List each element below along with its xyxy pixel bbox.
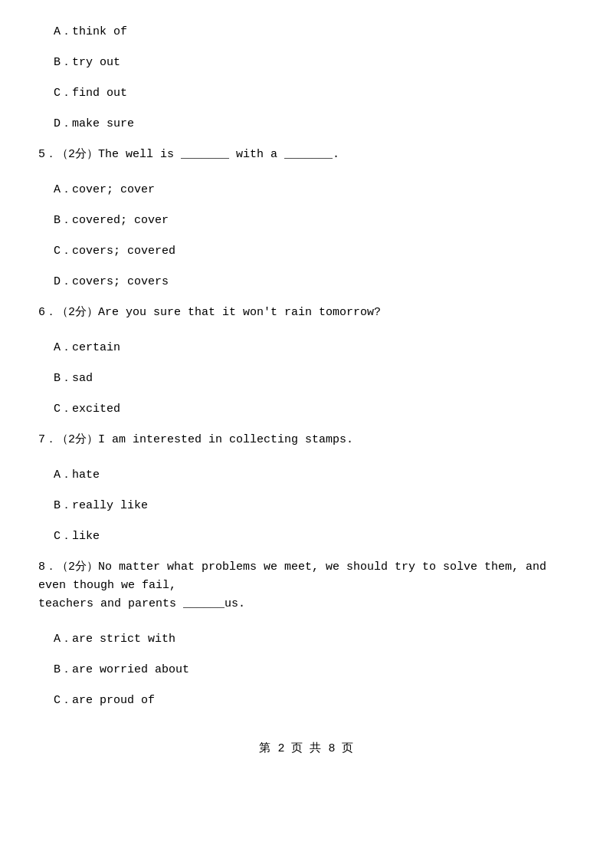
option-line: C．are proud of	[38, 692, 575, 710]
question-text: 6．（2分）Are you sure that it won't rain to…	[38, 306, 381, 319]
question-text: teachers and parents ______us.	[38, 597, 245, 610]
option-line: D．make sure	[38, 115, 575, 133]
option-text: A．cover; cover	[54, 183, 155, 196]
question-line: 7．（2分）I am interested in collecting stam…	[38, 431, 575, 449]
option-text: C．find out	[54, 87, 127, 100]
question-text: 8．（2分）No matter what problems we meet, w…	[38, 561, 546, 592]
option-line: C．find out	[38, 84, 575, 103]
option-line: B．sad	[38, 370, 575, 388]
option-line: D．covers; covers	[38, 273, 575, 291]
question-line: 5．（2分）The well is _______ with a _______…	[38, 146, 575, 164]
option-line: B．really like	[38, 497, 575, 515]
option-text: A．think of	[54, 25, 127, 38]
option-line: A．certain	[38, 339, 575, 357]
option-line: B．try out	[38, 54, 575, 72]
option-line: C．covers; covered	[38, 242, 575, 261]
option-text: B．sad	[54, 372, 93, 385]
option-line: A．hate	[38, 466, 575, 485]
question-text: 5．（2分）The well is _______ with a _______…	[38, 148, 339, 161]
option-text: B．are worried about	[54, 663, 189, 676]
question-line: 6．（2分）Are you sure that it won't rain to…	[38, 304, 575, 322]
question-line: 8．（2分）No matter what problems we meet, w…	[38, 558, 575, 613]
page-footer: 第 2 页 共 8 页	[38, 741, 575, 755]
option-text: A．are strict with	[54, 633, 175, 646]
option-text: B．covered; cover	[54, 214, 169, 227]
option-line: A．think of	[38, 23, 575, 41]
option-text: C．are proud of	[54, 694, 155, 707]
option-text: B．really like	[54, 499, 148, 512]
option-line: C．excited	[38, 400, 575, 419]
option-text: A．hate	[54, 469, 100, 482]
page-content: A．think ofB．try outC．find outD．make sure…	[38, 23, 575, 755]
option-text: B．try out	[54, 56, 120, 69]
option-line: A．are strict with	[38, 630, 575, 649]
option-line: B．are worried about	[38, 661, 575, 679]
question-text: 7．（2分）I am interested in collecting stam…	[38, 433, 353, 446]
option-text: C．excited	[54, 403, 120, 416]
option-text: C．like	[54, 530, 100, 543]
option-text: C．covers; covered	[54, 245, 175, 258]
option-line: A．cover; cover	[38, 181, 575, 199]
option-text: A．certain	[54, 341, 120, 354]
option-text: D．make sure	[54, 117, 134, 130]
option-line: C．like	[38, 528, 575, 546]
option-line: B．covered; cover	[38, 212, 575, 230]
option-text: D．covers; covers	[54, 275, 169, 288]
